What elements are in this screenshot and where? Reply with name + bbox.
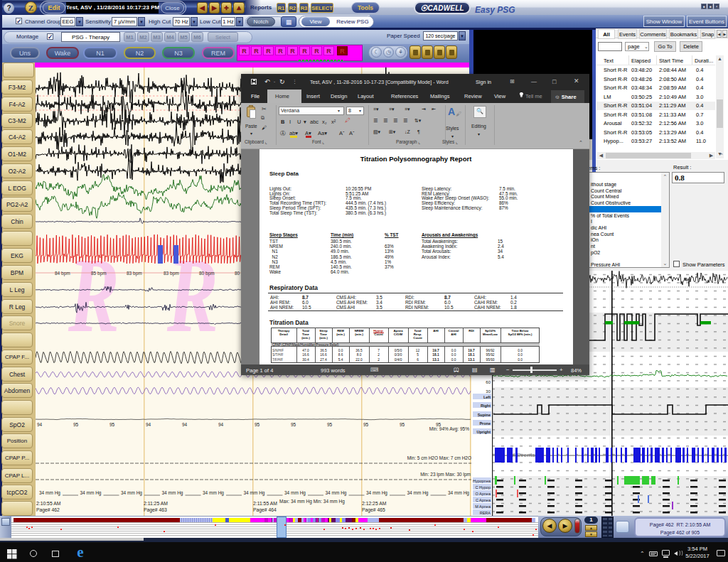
svg-text:34 mm Hg: 34 mm Hg [80,490,102,496]
svg-text:Max: 34 mm Hg Min: 34 mm Hg: Max: 34 mm Hg Min: 34 mm Hg [279,499,345,504]
svg-text:34 mm Hg: 34 mm Hg [203,490,224,496]
svg-text:M Apnea: M Apnea [475,504,491,509]
svg-text:94: 94 [218,422,224,427]
svg-text:Right: Right [481,404,491,408]
svg-text:94: 94 [146,422,151,427]
svg-text:95: 95 [255,422,260,427]
svg-text:C Apnea: C Apnea [476,498,491,502]
svg-text:60: 60 [486,380,491,384]
svg-text:34 mm Hg: 34 mm Hg [121,490,142,496]
svg-text:84 bpm: 84 bpm [55,271,70,276]
svg-text:83 bpm: 83 bpm [164,271,179,276]
svg-text:95: 95 [400,422,405,427]
svg-text:34 mm Hg: 34 mm Hg [326,490,347,496]
svg-text:2:12:25 AM: 2:12:25 AM [362,501,387,506]
svg-text:94: 94 [182,422,188,427]
svg-text:Min: 94% Avg: 95%: Min: 94% Avg: 95% [429,426,469,432]
svg-text:34 mm Hg: 34 mm Hg [162,490,183,496]
svg-text:34 mm Hg: 34 mm Hg [284,490,306,496]
svg-text:Page# 464: Page# 464 [253,507,277,513]
svg-text:Page# 463: Page# 463 [144,507,167,513]
svg-text:80 bpm: 80 bpm [199,271,215,276]
svg-text:Page# 465: Page# 465 [362,507,385,513]
svg-text:RERA: RERA [480,511,491,515]
svg-text:95: 95 [291,422,296,427]
svg-text:Prone: Prone [479,421,491,426]
svg-text:94: 94 [37,422,43,427]
svg-text:30: 30 [486,389,491,394]
svg-text:85 bpm: 85 bpm [91,271,107,276]
svg-text:95: 95 [327,422,333,427]
svg-text:Page# 462: Page# 462 [36,507,60,513]
svg-text:95: 95 [109,422,115,427]
svg-text:34 mm Hg: 34 mm Hg [366,490,387,496]
svg-text:C Hypop: C Hypop [476,485,491,490]
svg-text:95: 95 [73,422,79,427]
svg-text:O Apnea: O Apnea [476,492,491,496]
svg-text:34 mm Hg: 34 mm Hg [244,490,265,496]
svg-text:Hypopnea: Hypopnea [473,479,491,483]
svg-text:R: R [68,236,119,354]
svg-text:34 mm Hg: 34 mm Hg [39,490,60,496]
svg-text:Min: 5 cm H2O Max: 7 cm H2O: Min: 5 cm H2O Max: 7 cm H2O [407,455,471,460]
svg-text:Min: 23 lpm Max: 30 lpm: Min: 23 lpm Max: 30 lpm [420,472,471,477]
svg-text:95: 95 [363,422,369,427]
svg-text:83 bpm: 83 bpm [127,271,142,276]
svg-text:2:11:25 AM: 2:11:25 AM [144,501,168,506]
svg-text:Supine: Supine [478,413,491,417]
svg-text:2:11:55 AM: 2:11:55 AM [253,501,277,506]
svg-text:Upright: Upright [476,430,491,434]
svg-text:Left: Left [483,395,491,399]
svg-text:34 mm Hg: 34 mm Hg [407,490,429,496]
svg-text:2:10:55 AM: 2:10:55 AM [36,501,61,506]
svg-text:34 mm Hg: 34 mm Hg [448,490,469,496]
